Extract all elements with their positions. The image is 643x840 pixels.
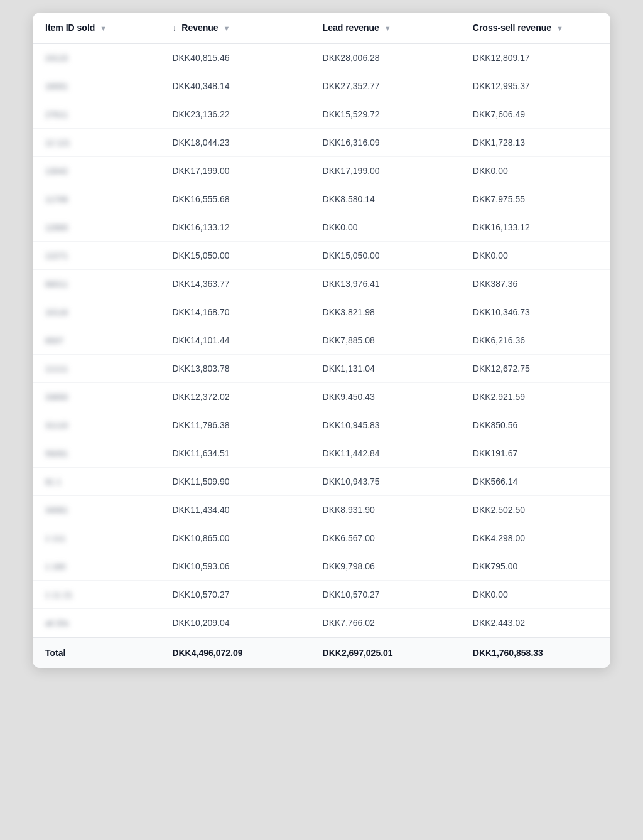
cell-item-id: 10116 [33,298,159,326]
cell-cross-sell-revenue: DKK387.36 [460,270,610,298]
item-id-value: 66011 [45,279,68,289]
cell-lead-revenue: DKK8,580.14 [310,185,460,213]
cell-item-id: 33650 [33,383,159,411]
cell-lead-revenue: DKK7,766.02 [310,609,460,638]
cell-item-id: 13042 [33,157,159,185]
cell-cross-sell-revenue: DKK0.00 [460,242,610,270]
cell-lead-revenue: DKK10,943.75 [310,468,460,496]
cell-revenue: DKK14,363.77 [159,270,310,298]
item-id-value: 16001 [45,82,68,91]
revenue-table: Item ID sold ▼ ↓ Revenue ▼ Lead revenue … [33,13,610,668]
item-id-value: 33650 [45,392,68,402]
cell-cross-sell-revenue: DKK0.00 [460,157,610,185]
cell-lead-revenue: DKK7,885.08 [310,326,460,355]
cell-item-id: all 20s [33,609,159,638]
cell-revenue: DKK16,133.12 [159,213,310,242]
table-body: 24115DKK40,815.46DKK28,006.28DKK12,809.1… [33,43,610,637]
cell-lead-revenue: DKK11,442.84 [310,439,460,468]
table-row: 66011DKK14,363.77DKK13,976.41DKK387.36 [33,270,610,298]
cell-revenue: DKK18,044.23 [159,129,310,157]
cell-lead-revenue: DKK8,931.90 [310,496,460,524]
cell-item-id: 81 1 [33,468,159,496]
table-row: 1 111DKK10,865.00DKK6,567.00DKK4,298.00 [33,524,610,552]
cell-cross-sell-revenue: DKK795.00 [460,552,610,581]
cell-cross-sell-revenue: DKK850.56 [460,411,610,439]
filter-icon-revenue[interactable]: ▼ [224,24,230,32]
column-header-item-id[interactable]: Item ID sold ▼ [33,13,159,43]
cell-lead-revenue: DKK10,945.83 [310,411,460,439]
cell-item-id: 27611 [33,100,159,129]
cell-lead-revenue: DKK13,976.41 [310,270,460,298]
filter-icon-lead-revenue[interactable]: ▼ [384,24,391,32]
cell-cross-sell-revenue: DKK12,995.37 [460,72,610,100]
cell-item-id: 34061 [33,496,159,524]
item-id-value: all 20s [45,618,69,628]
item-id-value: 81 1 [45,477,61,487]
table-row: 12900DKK16,133.12DKK0.00DKK16,133.12 [33,213,610,242]
item-id-value: 12271 [45,251,68,261]
cell-revenue: DKK11,509.90 [159,468,310,496]
cell-cross-sell-revenue: DKK16,133.12 [460,213,610,242]
table-row: 10116DKK14,168.70DKK3,821.98DKK10,346.73 [33,298,610,326]
cell-cross-sell-revenue: DKK4,298.00 [460,524,610,552]
table-row: 34061DKK11,434.40DKK8,931.90DKK2,502.50 [33,496,610,524]
item-id-value: 24115 [45,53,68,63]
column-header-revenue[interactable]: ↓ Revenue ▼ [159,13,310,43]
cell-lead-revenue: DKK28,006.28 [310,43,460,72]
table-row: 33650DKK12,372.02DKK9,450.43DKK2,921.59 [33,383,610,411]
cell-cross-sell-revenue: DKK566.14 [460,468,610,496]
table-row: 12 121DKK18,044.23DKK16,316.09DKK1,728.1… [33,129,610,157]
cell-revenue: DKK11,434.40 [159,496,310,524]
column-header-lead-revenue[interactable]: Lead revenue ▼ [310,13,460,43]
column-header-cross-sell-label: Cross-sell revenue [473,23,551,33]
cell-revenue: DKK13,803.78 [159,355,310,383]
cell-cross-sell-revenue: DKK10,346.73 [460,298,610,326]
table-row: 31110DKK11,796.38DKK10,945.83DKK850.56 [33,411,610,439]
table-row: 11111DKK13,803.78DKK1,131.04DKK12,672.75 [33,355,610,383]
item-id-value: 10116 [45,308,68,317]
footer-cross-sell-revenue: DKK1,760,858.33 [460,637,610,668]
column-header-cross-sell-revenue[interactable]: Cross-sell revenue ▼ [460,13,610,43]
cell-revenue: DKK14,101.44 [159,326,310,355]
table-row: 1 11 21DKK10,570.27DKK10,570.27DKK0.00 [33,581,610,609]
cell-item-id: 11706 [33,185,159,213]
cell-item-id: 24115 [33,43,159,72]
cell-revenue: DKK10,570.27 [159,581,310,609]
cell-lead-revenue: DKK15,050.00 [310,242,460,270]
cell-lead-revenue: DKK9,450.43 [310,383,460,411]
cell-cross-sell-revenue: DKK7,975.55 [460,185,610,213]
table-header-row: Item ID sold ▼ ↓ Revenue ▼ Lead revenue … [33,13,610,43]
filter-icon-item-id[interactable]: ▼ [100,24,107,32]
cell-item-id: 11111 [33,355,159,383]
data-table-card: Item ID sold ▼ ↓ Revenue ▼ Lead revenue … [33,13,610,668]
item-id-value: 1 111 [45,534,66,543]
cell-cross-sell-revenue: DKK2,502.50 [460,496,610,524]
cell-revenue: DKK40,815.46 [159,43,310,72]
cell-revenue: DKK17,199.00 [159,157,310,185]
table-row: all 20sDKK10,209.04DKK7,766.02DKK2,443.0… [33,609,610,638]
table-row: 12271DKK15,050.00DKK15,050.00DKK0.00 [33,242,610,270]
cell-lead-revenue: DKK3,821.98 [310,298,460,326]
item-id-value: 12900 [45,223,68,232]
cell-item-id: 59261 [33,439,159,468]
sort-desc-icon: ↓ [172,23,176,33]
cell-revenue: DKK15,050.00 [159,242,310,270]
column-header-lead-revenue-label: Lead revenue [323,23,379,33]
column-header-item-id-label: Item ID sold [45,23,95,33]
cell-cross-sell-revenue: DKK2,443.02 [460,609,610,638]
cell-cross-sell-revenue: DKK6,216.36 [460,326,610,355]
cell-revenue: DKK40,348.14 [159,72,310,100]
cell-revenue: DKK10,865.00 [159,524,310,552]
filter-icon-cross-sell[interactable]: ▼ [556,24,563,32]
cell-revenue: DKK10,209.04 [159,609,310,638]
item-id-value: 11706 [45,195,68,204]
cell-cross-sell-revenue: DKK191.67 [460,439,610,468]
cell-revenue: DKK16,555.68 [159,185,310,213]
column-header-revenue-label: Revenue [181,23,218,33]
cell-item-id: 12900 [33,213,159,242]
footer-label: Total [33,637,159,668]
item-id-value: 34061 [45,505,68,515]
cell-item-id: 12271 [33,242,159,270]
table-row: 1 160DKK10,593.06DKK9,798.06DKK795.00 [33,552,610,581]
cell-item-id: 12 121 [33,129,159,157]
